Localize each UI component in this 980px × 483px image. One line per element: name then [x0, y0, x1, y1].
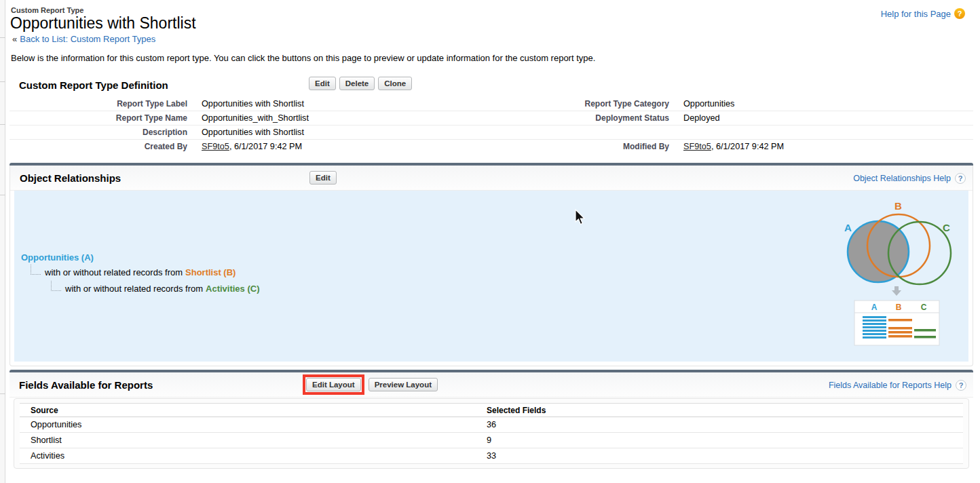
- tree-child-shortlist: with or without related records from Sho…: [31, 265, 235, 277]
- venn-diagram: A B C A B C: [839, 200, 958, 351]
- definition-title: Custom Report Type Definition: [19, 79, 168, 91]
- object-relationships-section: Object Relationships Edit Object Relatio…: [10, 163, 973, 366]
- preview-layout-button[interactable]: Preview Layout: [369, 378, 438, 391]
- selected-count-cell: 9: [476, 433, 963, 448]
- page-title: Opportunities with Shortlist: [10, 14, 196, 33]
- mini-table-label-a: A: [871, 303, 878, 312]
- result-table-graphic: A B C: [854, 301, 939, 345]
- source-cell: Shortlist: [20, 433, 476, 448]
- field-value: Opportunities with Shortlist: [187, 97, 489, 111]
- detail-row: Description Opportunities with Shortlist: [10, 125, 973, 140]
- help-question-icon[interactable]: ?: [954, 8, 965, 19]
- back-arrow-glyph: «: [12, 34, 17, 44]
- detail-row: Report Type Name Opportunities_with_Shor…: [10, 111, 973, 125]
- object-relationships-header: Object Relationships Edit Object Relatio…: [10, 166, 973, 191]
- fields-table-header: Source Selected Fields: [20, 403, 963, 417]
- object-relationships-help-link[interactable]: Object Relationships Help: [853, 174, 951, 183]
- tree-connector-icon: [51, 281, 61, 291]
- definition-header: Custom Report Type Definition Edit Delet…: [10, 75, 973, 95]
- field-label: Report Type Name: [10, 111, 187, 125]
- modified-by-date: , 6/1/2017 9:42 PM: [711, 142, 784, 151]
- table-row: Opportunities 36: [20, 417, 963, 433]
- venn-label-c: C: [943, 222, 950, 233]
- sidebar-divider: [0, 37, 5, 38]
- tree-child-text: with or without related records from: [45, 267, 183, 277]
- entity-kicker: Custom Report Type: [11, 6, 83, 14]
- page-help: Help for this Page ?: [881, 8, 965, 19]
- created-by-date: , 6/1/2017 9:42 PM: [229, 142, 302, 151]
- object-relationships-buttons: Edit: [309, 171, 337, 185]
- help-question-icon[interactable]: ?: [956, 380, 966, 391]
- fields-help-link[interactable]: Fields Available for Reports Help: [829, 381, 951, 390]
- help-question-icon[interactable]: ?: [955, 173, 966, 184]
- intro-text: Below is the information for this custom…: [11, 53, 595, 63]
- field-value: [669, 125, 973, 139]
- sidebar-divider: [0, 124, 5, 125]
- fields-buttons: Edit Layout Preview Layout: [303, 378, 438, 391]
- collapsed-sidebar[interactable]: [0, 0, 5, 483]
- field-value: Opportunities with Shortlist: [187, 125, 489, 139]
- field-label: Created By: [10, 140, 187, 154]
- delete-button[interactable]: Delete: [339, 77, 375, 90]
- edit-layout-highlight-box: Edit Layout: [303, 374, 364, 395]
- field-label: Modified By: [489, 140, 669, 154]
- venn-circle-a: [848, 221, 909, 282]
- fields-section: Fields Available for Reports Edit Layout…: [10, 370, 973, 469]
- selected-count-cell: 36: [476, 417, 963, 432]
- tree-object-shortlist: Shortlist (B): [185, 267, 235, 277]
- detail-row: Report Type Label Opportunities with Sho…: [10, 97, 973, 111]
- table-row: Shortlist 9: [20, 433, 963, 448]
- field-label: Report Type Label: [10, 97, 187, 111]
- page: Custom Report Type Opportunities with Sh…: [0, 0, 980, 483]
- definition-buttons: Edit Delete Clone: [309, 77, 412, 90]
- field-value: Opportunities: [669, 97, 973, 111]
- sidebar-divider: [0, 393, 5, 394]
- venn-label-a: A: [844, 222, 852, 233]
- field-value: Deployed: [669, 111, 973, 125]
- object-relationships-container: Object Relationships Edit Object Relatio…: [10, 166, 973, 366]
- sidebar-divider: [0, 81, 5, 82]
- venn-label-b: B: [894, 200, 902, 212]
- down-arrow-icon: [892, 286, 901, 296]
- tree-child-activities: with or without related records from Act…: [51, 281, 260, 294]
- tree-connector-icon: [31, 265, 41, 275]
- breadcrumb: «Back to List: Custom Report Types: [12, 34, 155, 44]
- field-label: [489, 125, 669, 139]
- sidebar-divider: [0, 195, 5, 195]
- created-by-value: SF9to5, 6/1/2017 9:42 PM: [187, 140, 489, 154]
- object-relationships-help: Object Relationships Help ?: [853, 173, 966, 184]
- edit-relationships-button[interactable]: Edit: [309, 171, 337, 185]
- created-by-user-link[interactable]: SF9to5: [202, 142, 229, 151]
- tree-object-activities: Activities (C): [206, 284, 259, 294]
- definition-detail-grid: Report Type Label Opportunities with Sho…: [10, 97, 973, 154]
- table-row: Activities 33: [20, 448, 963, 464]
- field-value: Opportunities_with_Shortlist: [187, 111, 489, 125]
- tree-root-opportunities: Opportunities (A): [21, 252, 94, 263]
- field-label: Report Type Category: [489, 97, 669, 111]
- detail-row: Created By SF9to5, 6/1/2017 9:42 PM Modi…: [10, 140, 973, 154]
- selected-fields-column-header: Selected Fields: [476, 404, 963, 417]
- mouse-cursor: [574, 209, 586, 227]
- fields-table-container: Source Selected Fields Opportunities 36 …: [14, 398, 969, 469]
- fields-title: Fields Available for Reports: [19, 379, 153, 391]
- back-to-list-link[interactable]: Back to List: Custom Report Types: [20, 34, 155, 44]
- modified-by-value: SF9to5, 6/1/2017 9:42 PM: [669, 140, 973, 154]
- clone-button[interactable]: Clone: [378, 77, 412, 90]
- definition-section: Custom Report Type Definition Edit Delet…: [10, 75, 973, 95]
- source-cell: Activities: [20, 448, 476, 463]
- edit-layout-button[interactable]: Edit Layout: [306, 378, 361, 391]
- modified-by-user-link[interactable]: SF9to5: [683, 142, 711, 151]
- mini-table-label-c: C: [921, 303, 927, 312]
- field-label: Description: [10, 125, 187, 139]
- relationship-diagram-area: Opportunities (A) with or without relate…: [14, 191, 968, 362]
- source-column-header: Source: [20, 404, 476, 417]
- mini-table-label-b: B: [896, 303, 902, 312]
- selected-count-cell: 33: [476, 448, 963, 463]
- help-for-page-link[interactable]: Help for this Page: [881, 9, 951, 19]
- source-cell: Opportunities: [20, 417, 476, 432]
- field-label: Deployment Status: [489, 111, 669, 125]
- edit-button[interactable]: Edit: [309, 77, 336, 90]
- tree-child-text: with or without related records from: [65, 284, 203, 294]
- fields-help: Fields Available for Reports Help ?: [829, 380, 966, 391]
- fields-header: Fields Available for Reports Edit Layout…: [10, 372, 973, 398]
